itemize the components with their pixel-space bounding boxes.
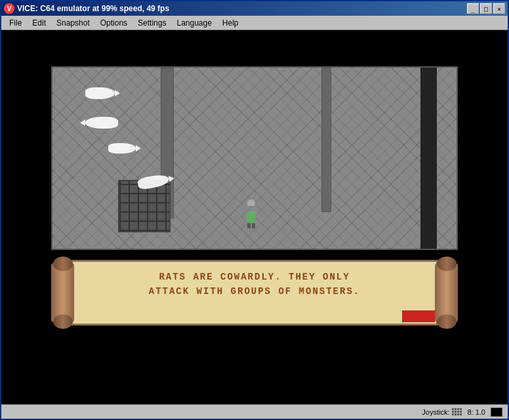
joystick-icon — [452, 408, 462, 415]
right-stripe — [420, 68, 437, 249]
display-square — [491, 408, 502, 417]
title-bar: V VICE: C64 emulator at 99% speed, 49 fp… — [1, 1, 508, 16]
fish-sprite-3 — [108, 143, 136, 154]
char-leg-left — [247, 223, 251, 228]
title-bar-left: V VICE: C64 emulator at 99% speed, 49 fp… — [4, 3, 169, 14]
game-screen: RATS ARE COWARDLY. THEY ONLY ATTACK WITH… — [45, 60, 464, 375]
scroll-area: RATS ARE COWARDLY. THEY ONLY ATTACK WITH… — [71, 260, 438, 326]
app-icon: V — [4, 3, 14, 14]
menu-bar: File Edit Snapshot Options Settings Lang… — [1, 16, 508, 30]
menu-edit[interactable]: Edit — [27, 17, 51, 29]
menu-options[interactable]: Options — [95, 17, 132, 29]
scroll-background: RATS ARE COWARDLY. THEY ONLY ATTACK WITH… — [71, 260, 438, 326]
char-head — [247, 200, 255, 206]
app-window: V VICE: C64 emulator at 99% speed, 49 fp… — [0, 0, 509, 420]
menu-snapshot[interactable]: Snapshot — [51, 17, 95, 29]
char-leg-right — [252, 223, 255, 228]
joystick-label: Joystick: — [422, 408, 449, 416]
char-body — [247, 211, 256, 223]
scale-label: 8: 1.0 — [467, 408, 485, 416]
main-content: RATS ARE COWARDLY. THEY ONLY ATTACK WITH… — [1, 30, 508, 404]
fish-sprite-1 — [85, 87, 115, 99]
scroll-line-1: RATS ARE COWARDLY. THEY ONLY — [86, 270, 423, 284]
scroll-handle-right — [435, 263, 458, 322]
scroll-text: RATS ARE COWARDLY. THEY ONLY ATTACK WITH… — [73, 262, 436, 307]
status-bar: Joystick: 8: 1.0 — [1, 404, 508, 419]
red-button[interactable] — [402, 310, 435, 322]
scale-status: 8: 1.0 — [467, 408, 485, 416]
game-viewport — [51, 66, 458, 250]
minimize-button[interactable]: _ — [467, 3, 479, 14]
player-character — [243, 200, 259, 222]
window-title: VICE: C64 emulator at 99% speed, 49 fps — [17, 4, 169, 13]
fish-sprite-2 — [85, 117, 118, 129]
right-pillar — [321, 68, 331, 212]
scroll-handle-left — [51, 263, 74, 322]
menu-language[interactable]: Language — [171, 17, 216, 29]
menu-help[interactable]: Help — [217, 17, 244, 29]
title-buttons: _ □ ✕ — [467, 3, 505, 14]
joystick-status: Joystick: — [422, 408, 462, 416]
close-button[interactable]: ✕ — [493, 3, 505, 14]
menu-settings[interactable]: Settings — [132, 17, 171, 29]
scroll-line-2: ATTACK WITH GROUPS OF MONSTERS. — [86, 284, 423, 299]
dot-grid — [452, 408, 462, 415]
maximize-button[interactable]: □ — [480, 3, 492, 14]
char-legs — [243, 223, 259, 228]
menu-file[interactable]: File — [4, 17, 27, 29]
